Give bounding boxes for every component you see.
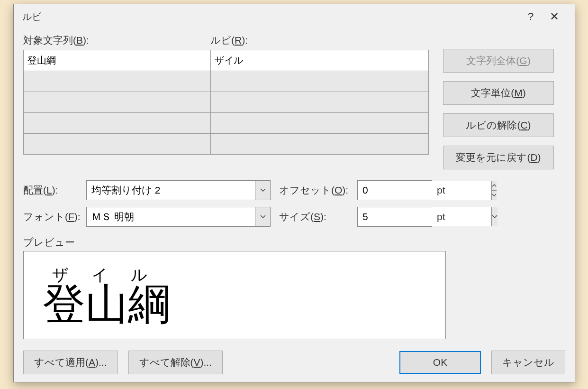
table-row (24, 71, 429, 92)
font-label: フォント(F): (23, 210, 86, 223)
size-input[interactable] (358, 207, 491, 226)
ruby-grid (23, 50, 429, 169)
offset-unit: pt (437, 185, 445, 196)
close-button[interactable]: ✕ (543, 5, 566, 28)
ruby-input[interactable] (211, 71, 428, 92)
font-value: ＭＳ 明朝 (87, 207, 255, 226)
apply-all-button[interactable]: すべて適用(A)... (23, 351, 118, 374)
dialog-title: ルビ (22, 10, 519, 23)
size-unit: pt (437, 211, 445, 222)
target-input[interactable] (24, 50, 210, 71)
target-input[interactable] (24, 113, 210, 133)
side-buttons: 文字列全体(G) 文字単位(M) ルビの解除(C) 変更を元に戻す(D) (443, 49, 554, 169)
offset-spinner[interactable] (357, 180, 432, 200)
spinner-down-icon[interactable] (492, 190, 497, 200)
titlebar: ルビ ? ✕ (14, 4, 575, 29)
layout-combobox[interactable]: 均等割り付け 2 (86, 180, 271, 200)
help-button[interactable]: ? (519, 5, 543, 28)
target-header: 対象文字列(B): (23, 34, 210, 47)
size-combobox[interactable] (357, 207, 432, 227)
spinner-up-icon[interactable] (492, 181, 497, 190)
ruby-input[interactable] (211, 134, 428, 154)
target-input[interactable] (24, 92, 210, 112)
chevron-down-icon[interactable] (255, 181, 270, 200)
target-input[interactable] (24, 134, 210, 154)
font-combobox[interactable]: ＭＳ 明朝 (86, 207, 271, 227)
column-headers: 対象文字列(B): ルビ(R): (23, 34, 565, 47)
table-row (24, 134, 429, 155)
cancel-button[interactable]: キャンセル (491, 351, 565, 374)
chevron-down-icon[interactable] (255, 207, 270, 226)
ruby-input[interactable] (211, 50, 428, 71)
offset-label: オフセット(O): (279, 184, 357, 197)
ruby-input[interactable] (211, 92, 428, 112)
close-icon: ✕ (550, 10, 559, 23)
whole-string-button[interactable]: 文字列全体(G) (443, 49, 554, 73)
ruby-dialog: ルビ ? ✕ 対象文字列(B): ルビ(R): (13, 4, 575, 382)
ok-button[interactable]: OK (399, 351, 481, 374)
target-input[interactable] (24, 71, 210, 92)
ruby-input[interactable] (211, 113, 428, 133)
bottom-bar: すべて適用(A)... すべて解除(V)... OK キャンセル (23, 351, 565, 374)
help-icon: ? (528, 10, 534, 23)
size-label: サイズ(S): (279, 210, 357, 223)
table-row (24, 92, 429, 113)
preview-main-text: 登山綱 (43, 283, 426, 326)
dialog-content: 対象文字列(B): ルビ(R): (14, 29, 575, 382)
table-row (24, 50, 429, 71)
layout-label: 配置(L): (23, 184, 86, 197)
remove-all-button[interactable]: すべて解除(V)... (128, 351, 223, 374)
format-options: 配置(L): 均等割り付け 2 オフセット(O): (23, 180, 565, 227)
table-row (24, 113, 429, 134)
preview-area: ザイル 登山綱 (23, 251, 446, 339)
offset-input[interactable] (358, 181, 491, 200)
preview-label: プレビュー (23, 236, 565, 249)
undo-changes-button[interactable]: 変更を元に戻す(D) (443, 146, 554, 169)
chevron-down-icon[interactable] (492, 207, 498, 226)
layout-value: 均等割り付け 2 (87, 181, 255, 200)
clear-ruby-button[interactable]: ルビの解除(C) (443, 113, 554, 137)
per-character-button[interactable]: 文字単位(M) (443, 81, 554, 105)
ruby-header: ルビ(R): (210, 34, 565, 47)
